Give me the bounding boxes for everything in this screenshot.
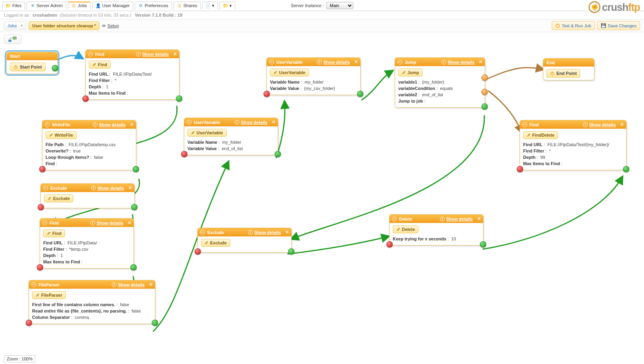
port-fail-red[interactable] bbox=[38, 204, 44, 210]
collapse-icon[interactable]: − bbox=[43, 186, 48, 191]
show-details-link[interactable]: Show details bbox=[99, 122, 126, 127]
node-jump[interactable]: − Jump iShow details ✕ Jump variable1 : … bbox=[395, 57, 485, 108]
close-icon[interactable]: ✕ bbox=[354, 59, 358, 65]
port-false-orange[interactable] bbox=[482, 89, 488, 95]
show-details-link[interactable]: Show details bbox=[589, 122, 616, 127]
collapse-icon[interactable]: − bbox=[31, 282, 36, 287]
collapse-icon[interactable]: − bbox=[392, 217, 397, 221]
tab-files[interactable]: 📁Files bbox=[2, 2, 25, 10]
show-details-link[interactable]: Show details bbox=[241, 120, 268, 125]
start-point-button[interactable]: Start Point bbox=[10, 63, 46, 71]
node-find-1[interactable]: − Find iShow details ✕ Find Find URL : F… bbox=[85, 50, 180, 100]
close-icon[interactable]: ✕ bbox=[173, 51, 177, 57]
port-out-green[interactable] bbox=[130, 264, 137, 271]
node-tag[interactable]: WriteFile bbox=[46, 131, 76, 139]
setup-link[interactable]: Setup bbox=[102, 23, 119, 28]
close-icon[interactable]: ✕ bbox=[479, 59, 482, 65]
info-icon: i bbox=[441, 60, 446, 65]
port-out-green[interactable] bbox=[176, 95, 182, 102]
node-tag[interactable]: Exclude bbox=[201, 239, 230, 247]
collapse-icon[interactable]: − bbox=[397, 60, 402, 65]
close-icon[interactable]: ✕ bbox=[128, 220, 131, 225]
save-changes-button[interactable]: 💾 Save Changes bbox=[597, 21, 640, 30]
node-writefile[interactable]: − WriteFile iShow details ✕ WriteFile Fi… bbox=[42, 120, 136, 170]
collapse-icon[interactable]: − bbox=[200, 230, 205, 235]
port-out-green[interactable] bbox=[52, 65, 58, 71]
port-out-green[interactable] bbox=[275, 151, 281, 157]
port-fail-red[interactable] bbox=[195, 248, 201, 255]
port-true-orange[interactable] bbox=[482, 74, 488, 81]
show-details-link[interactable]: Show details bbox=[97, 221, 123, 225]
port-out-green[interactable] bbox=[482, 103, 488, 110]
port-fail-red[interactable] bbox=[264, 91, 270, 97]
port-fail-red[interactable] bbox=[37, 264, 43, 271]
close-icon[interactable]: ✕ bbox=[477, 216, 481, 221]
port-out-green[interactable] bbox=[623, 166, 629, 172]
node-tag[interactable]: UserVariable bbox=[270, 69, 309, 76]
close-icon[interactable]: ✕ bbox=[620, 122, 624, 127]
node-tag[interactable]: Delete bbox=[393, 225, 419, 233]
show-details-link[interactable]: Show details bbox=[446, 217, 473, 221]
tab-server-admin[interactable]: ❄Server Admin bbox=[27, 2, 66, 10]
port-out-green[interactable] bbox=[152, 320, 158, 326]
node-exclude-1[interactable]: − Exclude iShow details ✕ Exclude bbox=[40, 183, 135, 208]
port-fail-red[interactable] bbox=[39, 166, 46, 172]
node-tag[interactable]: UserVariable bbox=[187, 129, 227, 137]
node-fileparser[interactable]: − FileParser iShow details ✕ FileParser … bbox=[29, 280, 155, 324]
collapse-icon[interactable]: − bbox=[522, 122, 527, 127]
show-details-link[interactable]: Show details bbox=[97, 186, 124, 191]
close-icon[interactable]: ✕ bbox=[285, 230, 289, 235]
current-job-name[interactable]: User folder structure cleanup * bbox=[29, 21, 99, 30]
node-find-delete[interactable]: − Find iShow details ✕ FindDelete Find U… bbox=[520, 120, 627, 170]
close-icon[interactable]: ✕ bbox=[272, 120, 275, 125]
collapse-icon[interactable]: − bbox=[88, 52, 93, 57]
port-fail-red[interactable] bbox=[181, 151, 187, 157]
port-fail-red[interactable] bbox=[517, 166, 523, 172]
flow-canvas[interactable]: Start Start Point End End Point − Find i… bbox=[0, 46, 644, 357]
port-out-green[interactable] bbox=[480, 241, 486, 248]
collapse-icon[interactable]: − bbox=[45, 122, 50, 127]
node-uservariable-mid[interactable]: − UserVariable iShow details ✕ UserVaria… bbox=[184, 118, 278, 155]
show-details-link[interactable]: Show details bbox=[448, 60, 474, 65]
node-uservariable-top[interactable]: − UserVariable iShow details ✕ UserVaria… bbox=[266, 57, 361, 95]
canvas-tool-button[interactable] bbox=[4, 34, 21, 44]
node-tag[interactable]: Find bbox=[89, 61, 111, 69]
tab-shares[interactable]: ☰Shares bbox=[174, 2, 201, 10]
jobs-dropdown[interactable]: Jobs ▾ bbox=[4, 21, 26, 30]
node-find-2[interactable]: − Find iShow details ✕ Find Find URL : F… bbox=[40, 218, 134, 269]
port-fail-red[interactable] bbox=[26, 320, 32, 326]
tab-user-manager[interactable]: 👤User Manager bbox=[92, 2, 134, 10]
server-instance-select[interactable]: Main bbox=[326, 2, 353, 9]
node-tag[interactable]: FindDelete bbox=[523, 131, 558, 139]
node-exclude-2[interactable]: − Exclude iShow details ✕ Exclude bbox=[197, 228, 292, 253]
close-icon[interactable]: ✕ bbox=[149, 282, 153, 287]
tab-jobs[interactable]: ☰Jobs bbox=[68, 2, 90, 10]
collapse-icon[interactable]: − bbox=[42, 221, 47, 225]
port-fail-red[interactable] bbox=[386, 241, 393, 248]
show-details-link[interactable]: Show details bbox=[323, 60, 350, 65]
show-details-link[interactable]: Show details bbox=[118, 282, 145, 287]
port-fail-red[interactable] bbox=[82, 95, 89, 102]
node-start[interactable]: Start Start Point bbox=[6, 52, 58, 74]
collapse-icon[interactable]: − bbox=[269, 60, 274, 65]
show-details-link[interactable]: Show details bbox=[254, 230, 281, 235]
port-out-green[interactable] bbox=[288, 248, 294, 255]
tab-extra-1[interactable]: 📄▾ bbox=[202, 2, 218, 10]
node-tag[interactable]: Jump bbox=[398, 69, 422, 76]
tab-preferences[interactable]: ⚙Preferences bbox=[135, 2, 172, 10]
close-icon[interactable]: ✕ bbox=[130, 122, 134, 127]
collapse-icon[interactable]: − bbox=[187, 120, 191, 125]
node-tag[interactable]: Find bbox=[43, 229, 65, 237]
port-out-green[interactable] bbox=[131, 204, 138, 210]
node-end[interactable]: End End Point bbox=[543, 58, 594, 80]
show-details-link[interactable]: Show details bbox=[142, 52, 169, 57]
close-icon[interactable]: ✕ bbox=[128, 185, 132, 191]
tab-extra-2[interactable]: 📁▾ bbox=[220, 2, 235, 10]
node-delete[interactable]: − Delete iShow details ✕ Delete Keep try… bbox=[389, 214, 483, 246]
port-out-green[interactable] bbox=[357, 91, 363, 97]
node-tag[interactable]: Exclude bbox=[44, 194, 73, 202]
node-tag[interactable]: FileParser bbox=[32, 291, 66, 299]
end-point-button[interactable]: End Point bbox=[547, 69, 580, 78]
port-out-green[interactable] bbox=[133, 166, 139, 172]
test-run-button[interactable]: Test & Run Job bbox=[552, 21, 595, 30]
